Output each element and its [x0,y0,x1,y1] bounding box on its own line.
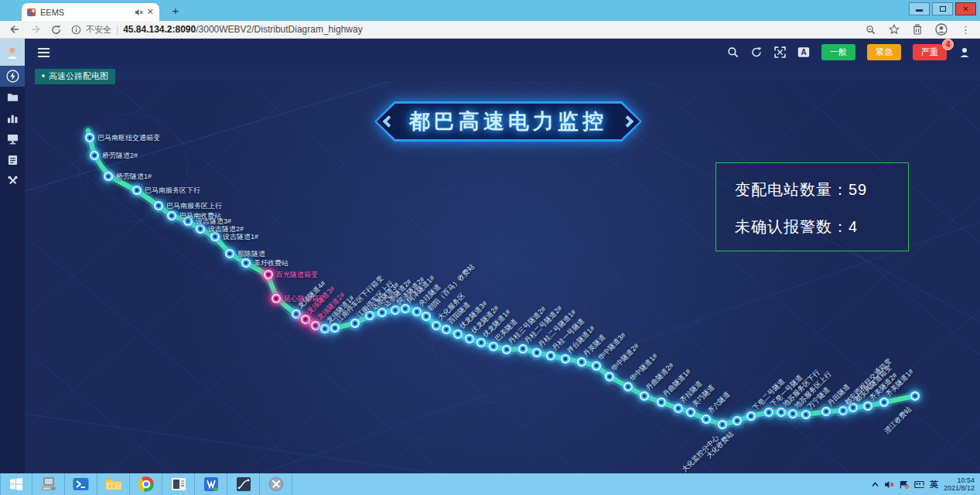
fullscreen-icon[interactable] [774,46,786,58]
sidebar-item-statistics[interactable] [0,108,25,128]
urgent-alarm-button[interactable]: 紧急 [867,44,901,60]
general-alarm-button[interactable]: 一般 [821,44,855,60]
back-icon[interactable] [9,24,20,35]
station-marker[interactable] [422,312,431,321]
station-marker[interactable] [718,420,727,429]
taskbar-server-manager[interactable] [32,473,65,495]
severe-alarm-button[interactable]: 严重4 [913,44,947,60]
station-marker[interactable] [241,258,251,268]
taskbar-curve-tool[interactable] [227,473,260,495]
station-marker[interactable] [640,391,649,401]
taskbar-wps[interactable] [195,473,227,495]
station-marker[interactable] [154,201,163,210]
window-close-button[interactable]: ✕ [955,2,976,15]
station-marker[interactable] [391,306,400,315]
station-marker[interactable] [412,307,422,316]
taskbar-powershell[interactable] [65,473,97,495]
info-icon[interactable] [71,25,81,35]
station-marker[interactable] [85,133,94,142]
station-marker[interactable] [821,407,831,416]
window-minimize-button[interactable]: ▬ [909,2,930,15]
tab-close-icon[interactable]: ✕ [147,7,154,17]
menu-kebab-icon[interactable]: ⋮ [961,24,971,36]
text-format-icon[interactable]: A [797,46,810,58]
station-marker[interactable] [465,334,474,343]
new-tab-button[interactable]: + [166,5,185,18]
station-marker[interactable] [489,342,498,351]
station-marker[interactable] [132,186,142,195]
station-marker[interactable] [271,294,281,303]
sidebar-item-files[interactable] [0,87,25,108]
station-marker[interactable] [90,151,99,160]
start-button[interactable] [0,473,32,495]
profile-avatar-icon[interactable] [935,23,948,36]
forward-icon[interactable] [30,24,41,35]
user-icon[interactable] [958,46,971,59]
ime-language-indicator[interactable]: 英 [930,479,938,490]
page-tab-chip[interactable]: 高速公路配电图 [35,69,115,84]
station-marker[interactable] [592,361,601,370]
station-marker[interactable] [292,309,301,319]
search-icon[interactable] [727,46,739,58]
station-marker[interactable] [838,406,848,415]
sidebar-item-monitor[interactable] [0,128,25,149]
station-marker[interactable] [801,410,811,419]
station-marker[interactable] [167,211,176,220]
station-marker[interactable] [561,354,570,364]
user-avatar[interactable] [0,39,25,66]
station-marker[interactable] [764,408,773,417]
station-marker[interactable] [518,344,528,353]
sidebar-item-tools[interactable] [0,170,25,191]
station-marker[interactable] [577,357,586,367]
taskbar-app-window[interactable] [162,473,195,495]
zoom-icon[interactable] [866,25,876,35]
station-marker[interactable] [732,416,742,425]
reload-icon[interactable] [51,25,61,35]
station-marker[interactable] [476,338,486,347]
volume-muted-icon[interactable] [884,480,894,489]
refresh-icon[interactable] [750,46,763,58]
station-marker[interactable] [264,270,273,279]
station-marker[interactable] [746,411,756,421]
highway-map[interactable]: 都巴高速电力监控 变配电站数量：59 未确认报警数：4 巴马南枢纽交通箱变桥劳隧… [25,81,980,473]
trash-icon[interactable] [913,24,922,35]
station-marker[interactable] [301,315,310,324]
bookmark-star-icon[interactable] [889,24,900,35]
station-marker[interactable] [104,172,113,181]
station-marker[interactable] [453,329,463,339]
station-marker[interactable] [879,398,889,407]
station-marker[interactable] [863,401,872,411]
station-marker[interactable] [432,321,441,330]
browser-tab[interactable]: EEMS ✕ [22,3,159,21]
station-marker[interactable] [657,398,666,407]
taskbar-admin-tools[interactable] [260,473,292,495]
station-marker[interactable] [546,351,555,360]
taskbar-file-explorer[interactable] [97,473,130,495]
omnibox[interactable]: 不安全 | 45.84.134.2:8090/3000WEBV2/Distrib… [71,24,855,36]
station-marker[interactable] [777,408,786,417]
window-maximize-button[interactable] [932,2,953,15]
hidden-icons-chevron[interactable] [872,482,879,487]
ime-pad-icon[interactable] [914,480,924,489]
action-center-flag-icon[interactable] [900,480,909,489]
station-marker[interactable] [674,404,683,413]
station-marker[interactable] [442,325,451,334]
station-marker[interactable] [702,415,711,424]
station-marker[interactable] [605,372,614,381]
taskbar-chrome[interactable] [130,473,162,495]
sidebar-item-power-distribution[interactable] [0,66,25,87]
station-marker[interactable] [623,382,633,391]
station-marker[interactable] [686,408,695,417]
hamburger-menu-icon[interactable] [38,46,50,60]
station-marker[interactable] [532,348,541,357]
station-marker[interactable] [320,324,330,333]
taskbar-clock[interactable]: 10:54 2021/8/12 [944,476,975,492]
station-marker[interactable] [311,321,320,330]
station-marker[interactable] [788,409,797,418]
tab-audio-icon[interactable] [135,9,143,16]
sidebar-item-reports[interactable] [0,149,25,170]
station-marker[interactable] [225,249,234,258]
station-marker[interactable] [910,391,920,401]
station-marker[interactable] [350,319,360,328]
station-marker[interactable] [502,345,511,354]
